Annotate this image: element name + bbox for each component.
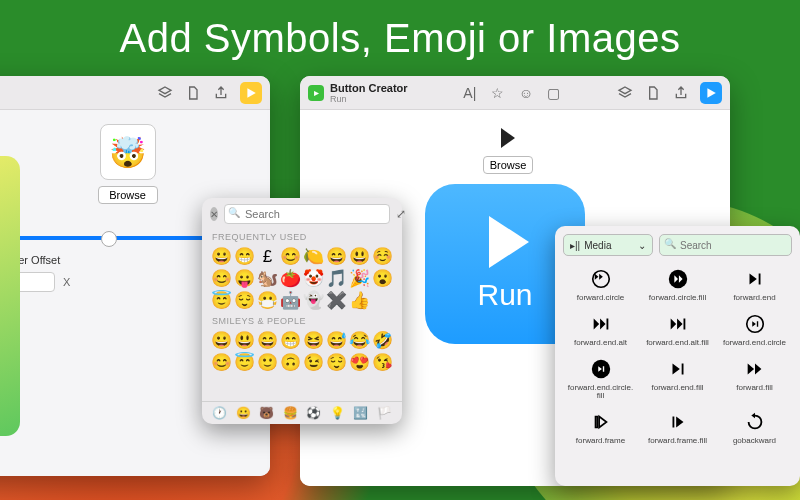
emoji-item[interactable]: 😊 — [210, 352, 233, 374]
emoji-icon[interactable]: ☺ — [517, 84, 535, 102]
emoji-item[interactable]: 🙂 — [256, 352, 279, 374]
emoji-category[interactable]: 😀 — [236, 406, 251, 420]
textformat-icon[interactable]: A| — [461, 84, 479, 102]
emoji-category[interactable]: 🔣 — [353, 406, 368, 420]
emoji-item[interactable]: 😁 — [279, 330, 302, 352]
emoji-item[interactable]: 👍 — [348, 290, 371, 312]
close-icon[interactable]: ✕ — [210, 207, 218, 221]
emoji-item[interactable]: 😷 — [256, 290, 279, 312]
emoji-item[interactable]: 😆 — [302, 330, 325, 352]
symbol-preview: Browse — [496, 126, 533, 180]
symbol-item[interactable]: forward.end.circle — [717, 309, 792, 350]
play-triangle-icon — [489, 216, 529, 268]
share-icon[interactable] — [672, 84, 690, 102]
emoji-item[interactable]: 😛 — [233, 268, 256, 290]
emoji-item[interactable]: 😀 — [210, 246, 233, 268]
forward.frame-icon — [588, 409, 614, 435]
symbol-item[interactable]: forward.end — [717, 264, 792, 305]
emoji-item[interactable]: 👻 — [302, 290, 325, 312]
emoji-item[interactable]: 😃 — [348, 246, 371, 268]
symbol-search-input[interactable] — [659, 234, 792, 256]
emoji-item[interactable]: 😘 — [371, 352, 394, 374]
emoji-item[interactable]: 😀 — [210, 330, 233, 352]
symbol-grid: forward.circleforward.circle.fillforward… — [563, 264, 792, 448]
symbol-item[interactable]: gobackward — [717, 407, 792, 448]
emoji-search-input[interactable] — [224, 204, 390, 224]
sf-symbols-picker: ▸|| Media ⌄ forward.circleforward.circle… — [555, 226, 800, 486]
emoji-category[interactable]: 🕐 — [212, 406, 227, 420]
expand-icon[interactable]: ⤢ — [396, 207, 406, 221]
symbol-name: forward.circle — [577, 294, 625, 303]
emoji-item[interactable]: 😌 — [233, 290, 256, 312]
star-icon[interactable]: ☆ — [489, 84, 507, 102]
forward.end.fill-icon — [665, 356, 691, 382]
emoji-item[interactable]: 🤖 — [279, 290, 302, 312]
emoji-item[interactable]: 😌 — [325, 352, 348, 374]
emoji-item[interactable]: 😄 — [325, 246, 348, 268]
emoji-item[interactable]: 😇 — [233, 352, 256, 374]
symbol-item[interactable]: forward.end.circle. fill — [563, 354, 638, 404]
emoji-item[interactable]: 😁 — [233, 246, 256, 268]
symbol-item[interactable]: forward.frame — [563, 407, 638, 448]
app-icon: ▸ — [308, 85, 324, 101]
emoji-category[interactable]: 🏳️ — [377, 406, 392, 420]
emoji-item[interactable]: £ — [256, 246, 279, 268]
forward.end-icon — [742, 266, 768, 292]
gobackward-icon — [742, 409, 768, 435]
symbol-item[interactable]: forward.circle.fill — [640, 264, 715, 305]
document-icon[interactable] — [184, 84, 202, 102]
window-subtitle: Run — [330, 94, 408, 104]
symbol-category-select[interactable]: ▸|| Media ⌄ — [563, 234, 653, 256]
emoji-item[interactable] — [371, 290, 394, 312]
symbol-item[interactable]: forward.frame.fill — [640, 407, 715, 448]
emoji-item[interactable]: 🙃 — [279, 352, 302, 374]
emoji-item[interactable]: 😃 — [233, 330, 256, 352]
forward.end.circle-icon — [742, 311, 768, 337]
forward.frame.fill-icon — [665, 409, 691, 435]
image-icon[interactable]: ▢ — [545, 84, 563, 102]
emoji-item[interactable]: 😍 — [348, 352, 371, 374]
browse-button[interactable]: Browse — [483, 156, 533, 174]
browse-button[interactable]: Browse — [98, 186, 158, 204]
play-button[interactable] — [240, 82, 262, 104]
emoji-item[interactable]: 😂 — [348, 330, 371, 352]
symbol-item[interactable]: forward.end.alt — [563, 309, 638, 350]
emoji-item[interactable]: 🎉 — [348, 268, 371, 290]
emoji-item[interactable]: 😮 — [371, 268, 394, 290]
emoji-item[interactable]: ☺️ — [371, 246, 394, 268]
emoji-item[interactable]: 🐿️ — [256, 268, 279, 290]
emoji-category[interactable]: 💡 — [330, 406, 345, 420]
layers-icon[interactable] — [616, 84, 634, 102]
emoji-item[interactable]: 🤡 — [302, 268, 325, 290]
document-icon[interactable] — [644, 84, 662, 102]
emoji-grid-smileys: 😀😃😄😁😆😅😂🤣😊😇🙂🙃😉😌😍😘 — [202, 328, 402, 376]
emoji-item[interactable]: ✖️ — [325, 290, 348, 312]
emoji-item[interactable]: 😊 — [279, 246, 302, 268]
image-thumbnail[interactable]: 🤯 — [100, 124, 156, 180]
emoji-item[interactable]: 😅 — [325, 330, 348, 352]
emoji-item[interactable]: 🎵 — [325, 268, 348, 290]
symbol-name: forward.frame.fill — [648, 437, 707, 446]
emoji-item[interactable]: 🍅 — [279, 268, 302, 290]
window-title: Button Creator — [330, 82, 408, 94]
emoji-category[interactable]: 🐻 — [259, 406, 274, 420]
emoji-item[interactable]: 🤣 — [371, 330, 394, 352]
emoji-item[interactable]: 😉 — [302, 352, 325, 374]
symbol-item[interactable]: forward.circle — [563, 264, 638, 305]
emoji-item[interactable]: 😊 — [210, 268, 233, 290]
emoji-item[interactable]: 🍋 — [302, 246, 325, 268]
share-icon[interactable] — [212, 84, 230, 102]
emoji-item[interactable]: 😄 — [256, 330, 279, 352]
symbol-item[interactable]: forward.fill — [717, 354, 792, 404]
button-preview: title 🤯 ubtitle — [0, 156, 20, 436]
play-button[interactable] — [700, 82, 722, 104]
symbol-item[interactable]: forward.end.fill — [640, 354, 715, 404]
forward.fill-icon — [742, 356, 768, 382]
layers-icon[interactable] — [156, 84, 174, 102]
symbol-item[interactable]: forward.end.alt.fill — [640, 309, 715, 350]
symbol-name: forward.frame — [576, 437, 625, 446]
emoji-category[interactable]: ⚽ — [306, 406, 321, 420]
emoji-item[interactable]: 😇 — [210, 290, 233, 312]
forward.circle-icon — [588, 266, 614, 292]
emoji-category[interactable]: 🍔 — [283, 406, 298, 420]
